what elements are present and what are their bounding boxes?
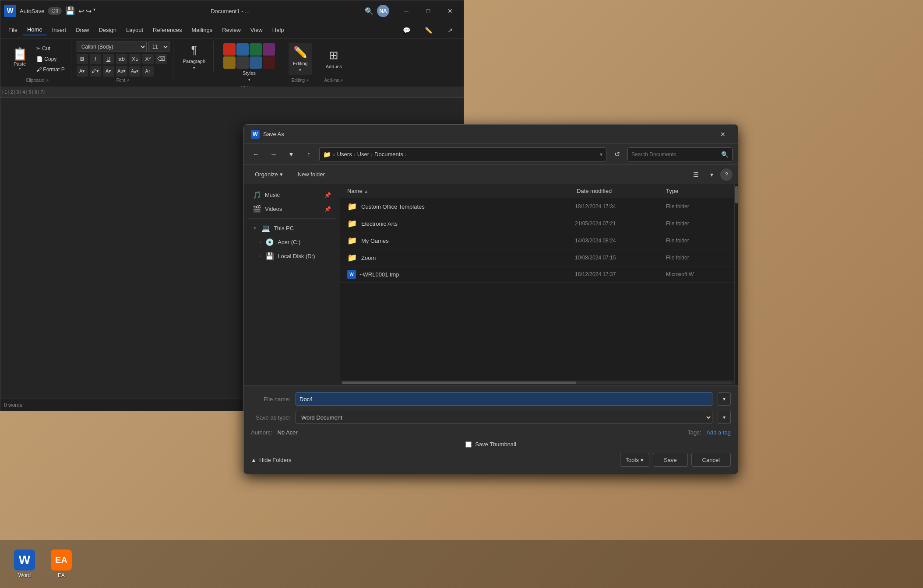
sidebar-item-videos[interactable]: 🎬 Videos 📌 — [246, 202, 338, 216]
taskbar-ea[interactable]: EA EA — [46, 548, 77, 580]
cancel-btn[interactable]: Cancel — [691, 453, 731, 467]
editing-icon: ✏️ — [293, 46, 307, 59]
minimize-btn[interactable]: ─ — [396, 4, 416, 18]
thumbnail-checkbox[interactable] — [465, 441, 472, 448]
nav-up-btn[interactable]: ▾ — [284, 147, 298, 161]
filename-dropdown-btn[interactable]: ▾ — [718, 392, 731, 406]
close-btn[interactable]: ✕ — [440, 4, 460, 18]
highlight-btn[interactable]: 🖊▾ — [90, 66, 101, 77]
breadcrumb-bar[interactable]: 📁 « Users › User › Documents › ▾ — [319, 147, 606, 161]
copy-btn[interactable]: 📄 Copy — [34, 54, 67, 64]
autosave-toggle[interactable]: Off — [48, 7, 62, 15]
editing-btn[interactable]: ✏️ Editing ▾ — [289, 43, 312, 75]
title-search-icon[interactable]: 🔍 — [365, 7, 373, 15]
col-type[interactable]: Type — [666, 188, 727, 194]
font-color2-btn[interactable]: A▾ — [103, 66, 114, 77]
breadcrumb-documents[interactable]: Documents — [374, 151, 403, 158]
maximize-btn[interactable]: □ — [418, 4, 438, 18]
strikethrough-btn[interactable]: ab — [116, 54, 127, 64]
file-row-mygames[interactable]: 📁 My Games 14/03/2024 08:24 File folder — [340, 232, 734, 249]
change-case-btn[interactable]: Aa▾ — [116, 66, 127, 77]
tools-btn[interactable]: Tools ▾ — [620, 453, 649, 467]
search-input[interactable] — [631, 151, 719, 158]
help-btn[interactable]: ? — [720, 168, 733, 181]
edit-pen-btn[interactable]: ✏️ — [418, 23, 438, 37]
file-row-wrl[interactable]: W ~WRL0001.tmp 18/12/2024 17:37 Microsof… — [340, 266, 734, 283]
menu-review[interactable]: Review — [218, 25, 245, 35]
nav-parent-btn[interactable]: ↑ — [302, 147, 316, 161]
comment-btn[interactable]: 💬 — [396, 23, 416, 37]
file-date-wrl: 18/12/2024 17:37 — [575, 271, 662, 277]
bold-btn[interactable]: B — [77, 54, 88, 64]
font-row-2: B I U ab X₂ X² ⌫ — [77, 54, 169, 64]
tags-add-link[interactable]: Add a tag — [706, 429, 731, 436]
nav-back-btn[interactable]: ← — [249, 147, 263, 161]
cut-btn[interactable]: ✂ Cut — [34, 44, 67, 53]
underline-btn[interactable]: U — [103, 54, 114, 64]
search-icon[interactable]: 🔍 — [721, 151, 729, 158]
taskbar-word[interactable]: W Word — [9, 548, 40, 580]
vertical-scrollbar[interactable] — [734, 184, 738, 385]
font-color-btn[interactable]: A▾ — [77, 66, 88, 77]
menu-home[interactable]: Home — [23, 24, 47, 35]
user-avatar[interactable]: NA — [377, 5, 389, 17]
share-btn[interactable]: ↗ — [440, 23, 460, 37]
hscroll-track — [342, 382, 733, 384]
superscript-btn[interactable]: X² — [142, 54, 154, 64]
sidebar-item-acerc[interactable]: › 💿 Acer (C:) — [246, 235, 338, 249]
styles-btn[interactable]: Styles ▾ — [219, 41, 279, 84]
filename-input[interactable] — [296, 392, 712, 406]
menu-help[interactable]: Help — [268, 25, 289, 35]
sidebar-item-music[interactable]: 🎵 Music 📌 — [246, 188, 338, 202]
text-effects-btn[interactable]: A▴▾ — [129, 66, 141, 77]
menu-mailings[interactable]: Mailings — [187, 25, 217, 35]
thispc-expand-icon: ▼ — [253, 226, 257, 231]
menu-file[interactable]: File — [4, 25, 22, 35]
subscript-btn[interactable]: X₂ — [129, 54, 141, 64]
file-row-custom-templates[interactable]: 📁 Custom Office Templates 18/12/2024 17:… — [340, 198, 734, 215]
undo-dropdown[interactable]: ▾ — [93, 7, 95, 15]
col-date[interactable]: Date modified — [577, 188, 664, 194]
view-dropdown-btn[interactable]: ▾ — [705, 168, 719, 181]
grow-font-btn[interactable]: A↑ — [142, 66, 154, 77]
menu-insert[interactable]: Insert — [48, 25, 71, 35]
menu-references[interactable]: References — [148, 25, 186, 35]
savetype-dropdown-btn[interactable]: ▾ — [718, 411, 731, 424]
redo-btn[interactable]: ↪ — [86, 7, 92, 15]
menu-layout[interactable]: Layout — [122, 25, 148, 35]
font-size-select[interactable]: 11 — [148, 42, 169, 52]
hide-folders-btn[interactable]: ▲ Hide Folders — [251, 457, 292, 463]
italic-btn[interactable]: I — [90, 54, 101, 64]
savetype-select[interactable]: Word Document — [296, 411, 712, 424]
list-view-btn[interactable]: ☰ — [689, 168, 703, 181]
sidebar-item-thispc[interactable]: ▼ 💻 This PC — [246, 221, 338, 235]
col-name[interactable]: Name ▲ — [347, 188, 575, 194]
file-type-zoom: File folder — [666, 255, 727, 261]
paragraph-btn[interactable]: ¶ Paragraph ▾ — [179, 41, 210, 73]
menu-view[interactable]: View — [246, 25, 267, 35]
addins-btn[interactable]: ⊞ Add-ins — [321, 46, 346, 72]
dialog-close-btn[interactable]: ✕ — [715, 128, 731, 140]
format-painter-btn[interactable]: 🖌 Format P — [34, 65, 67, 74]
save-btn[interactable]: Save — [653, 453, 688, 467]
menu-draw[interactable]: Draw — [71, 25, 93, 35]
file-row-ea[interactable]: 📁 Electronic Arts 21/05/2024 07:21 File … — [340, 215, 734, 232]
organize-btn[interactable]: Organize ▾ — [249, 168, 289, 181]
clear-format-btn[interactable]: ⌫ — [155, 54, 167, 64]
undo-btn[interactable]: ↩ — [78, 7, 84, 15]
breadcrumb-users[interactable]: Users — [337, 151, 352, 158]
tags-label: Tags: — [687, 429, 701, 436]
sidebar-item-locald[interactable]: › 💾 Local Disk (D:) — [246, 249, 338, 263]
breadcrumb-user[interactable]: User — [357, 151, 369, 158]
new-folder-btn[interactable]: New folder — [292, 168, 331, 181]
breadcrumb-dropdown[interactable]: ▾ — [600, 151, 602, 158]
nav-forward-btn[interactable]: → — [267, 147, 281, 161]
horizontal-scrollbar[interactable] — [340, 380, 734, 385]
file-row-zoom[interactable]: 📁 Zoom 10/08/2024 07:15 File folder — [340, 249, 734, 266]
paste-btn[interactable]: 📋 Paste ▾ — [7, 45, 32, 73]
menu-design[interactable]: Design — [95, 25, 121, 35]
save-icon[interactable]: 💾 — [65, 6, 75, 16]
paragraph-group: ¶ Paragraph ▾ — [175, 41, 214, 73]
nav-refresh-btn[interactable]: ↺ — [610, 147, 624, 161]
font-family-select[interactable]: Calibri (Body) — [77, 42, 147, 52]
